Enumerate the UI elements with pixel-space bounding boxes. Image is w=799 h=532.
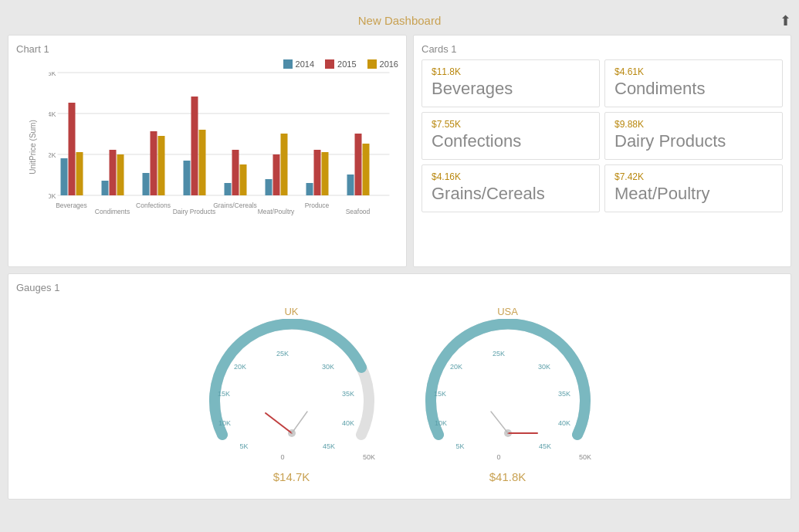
svg-rect-2 bbox=[367, 59, 377, 69]
svg-text:35K: 35K bbox=[557, 390, 570, 398]
svg-text:2K: 2K bbox=[49, 151, 56, 159]
svg-text:6K: 6K bbox=[49, 72, 56, 77]
svg-rect-15 bbox=[110, 150, 117, 195]
svg-rect-14 bbox=[102, 181, 109, 195]
card-grains: $4.16K Grains/Cereals bbox=[422, 164, 600, 212]
cards-panel: Cards 1 $11.8K Beverages $4.61K Condimen… bbox=[413, 35, 791, 267]
svg-rect-32 bbox=[347, 175, 354, 195]
svg-line-55 bbox=[266, 413, 292, 433]
svg-rect-12 bbox=[69, 103, 76, 195]
cards-grid: $11.8K Beverages $4.61K Condiments $7.55… bbox=[422, 59, 783, 212]
card-dairy-value: $9.88K bbox=[614, 119, 773, 130]
card-confections: $7.55K Confections bbox=[422, 112, 600, 160]
svg-rect-26 bbox=[266, 179, 273, 195]
svg-rect-17 bbox=[143, 173, 150, 195]
gauge-uk: UK 0 5K 10K 15K 20K bbox=[199, 306, 384, 483]
card-beverages-value: $11.8K bbox=[432, 66, 590, 77]
card-dairy-label: Dairy Products bbox=[614, 131, 773, 151]
svg-rect-33 bbox=[355, 134, 362, 195]
card-meat: $7.42K Meat/Poultry bbox=[604, 164, 783, 212]
svg-text:20K: 20K bbox=[449, 363, 462, 371]
svg-text:25K: 25K bbox=[276, 350, 288, 357]
svg-text:Beverages: Beverages bbox=[56, 202, 87, 209]
gauge-uk-svg: 0 5K 10K 15K 20K 25K 30K 35K 40K bbox=[199, 319, 384, 466]
svg-rect-1 bbox=[325, 59, 334, 69]
svg-text:50K: 50K bbox=[578, 453, 591, 461]
chart-panel: Chart 1 2014 2015 2016 UnitPrice (Sum) bbox=[8, 35, 407, 267]
svg-text:5K: 5K bbox=[239, 442, 248, 450]
card-confections-value: $7.55K bbox=[432, 119, 590, 130]
svg-text:10K: 10K bbox=[218, 419, 230, 427]
legend-2014: 2014 bbox=[283, 59, 314, 69]
svg-text:45K: 45K bbox=[322, 442, 334, 450]
gauge-usa-label: USA bbox=[497, 306, 518, 317]
svg-text:30K: 30K bbox=[321, 363, 333, 371]
card-condiments-value: $4.61K bbox=[614, 66, 773, 77]
svg-rect-18 bbox=[151, 131, 157, 195]
svg-rect-0 bbox=[283, 59, 293, 69]
svg-rect-27 bbox=[273, 154, 280, 195]
legend-2014-icon bbox=[283, 59, 293, 69]
card-confections-label: Confections bbox=[432, 131, 590, 151]
svg-text:45K: 45K bbox=[538, 442, 550, 450]
gauge-uk-value: $14.7K bbox=[273, 470, 310, 483]
bar-chart-svg: 0K 2K 4K 6K bbox=[49, 72, 398, 219]
svg-text:Dairy Products: Dairy Products bbox=[173, 208, 216, 215]
svg-rect-23 bbox=[225, 183, 232, 195]
card-grains-value: $4.16K bbox=[432, 171, 590, 182]
svg-rect-21 bbox=[191, 97, 198, 195]
card-grains-label: Grains/Cereals bbox=[432, 184, 590, 204]
gauge-uk-label: UK bbox=[284, 306, 298, 317]
gauge-usa-svg: 0 5K 10K 15K 20K 25K 30K 35K 40K 45K 50K bbox=[415, 319, 601, 466]
card-beverages: $11.8K Beverages bbox=[422, 59, 600, 107]
card-meat-value: $7.42K bbox=[614, 171, 773, 182]
gauge-usa: USA 0 5K 10K 15K 20K 25K 30K 35K 40K bbox=[415, 306, 601, 483]
svg-text:0: 0 bbox=[496, 453, 500, 461]
svg-rect-19 bbox=[158, 136, 165, 195]
svg-text:5K: 5K bbox=[455, 442, 464, 450]
page-header: New Dashboard ⬆ bbox=[8, 8, 791, 35]
svg-line-70 bbox=[491, 412, 508, 433]
svg-text:Grains/Cereals: Grains/Cereals bbox=[213, 202, 257, 209]
svg-rect-11 bbox=[61, 158, 68, 195]
svg-text:25K: 25K bbox=[492, 350, 504, 357]
legend-2015-icon bbox=[325, 59, 334, 69]
svg-text:40K: 40K bbox=[341, 419, 354, 427]
svg-text:15K: 15K bbox=[217, 390, 229, 398]
svg-text:Meat/Poultry: Meat/Poultry bbox=[258, 208, 295, 215]
svg-rect-16 bbox=[117, 154, 124, 195]
page-title: New Dashboard bbox=[358, 14, 442, 27]
export-button[interactable]: ⬆ bbox=[780, 12, 791, 29]
svg-rect-25 bbox=[240, 164, 247, 195]
svg-rect-13 bbox=[76, 152, 83, 195]
gauges-panel: Gauges 1 UK 0 5K 10K bbox=[8, 273, 791, 500]
svg-rect-34 bbox=[363, 144, 370, 195]
svg-rect-24 bbox=[232, 150, 239, 195]
gauges-row: UK 0 5K 10K 15K 20K bbox=[16, 298, 783, 491]
svg-text:Condiments: Condiments bbox=[95, 208, 130, 215]
legend-2015: 2015 bbox=[325, 59, 356, 69]
card-condiments: $4.61K Condiments bbox=[604, 59, 783, 107]
svg-rect-29 bbox=[306, 183, 313, 195]
svg-text:20K: 20K bbox=[233, 363, 245, 371]
svg-rect-20 bbox=[184, 161, 191, 195]
legend-2015-label: 2015 bbox=[337, 59, 356, 69]
card-dairy: $9.88K Dairy Products bbox=[604, 112, 783, 160]
svg-text:15K: 15K bbox=[433, 390, 445, 398]
svg-text:10K: 10K bbox=[434, 419, 446, 427]
svg-text:35K: 35K bbox=[341, 390, 354, 398]
svg-rect-30 bbox=[314, 150, 321, 195]
svg-text:0: 0 bbox=[280, 453, 284, 461]
chart-legend: 2014 2015 2016 bbox=[16, 59, 398, 69]
cards-title: Cards 1 bbox=[422, 43, 783, 55]
svg-text:0K: 0K bbox=[49, 192, 56, 200]
svg-text:30K: 30K bbox=[537, 363, 550, 371]
svg-rect-22 bbox=[199, 130, 206, 195]
svg-text:Produce: Produce bbox=[305, 202, 330, 209]
dashboard: Chart 1 2014 2015 2016 UnitPrice (Sum) bbox=[8, 35, 791, 500]
svg-line-56 bbox=[292, 412, 307, 433]
gauges-title: Gauges 1 bbox=[16, 282, 783, 293]
svg-text:Confections: Confections bbox=[136, 202, 171, 209]
card-beverages-label: Beverages bbox=[432, 79, 590, 99]
svg-rect-28 bbox=[281, 134, 288, 195]
